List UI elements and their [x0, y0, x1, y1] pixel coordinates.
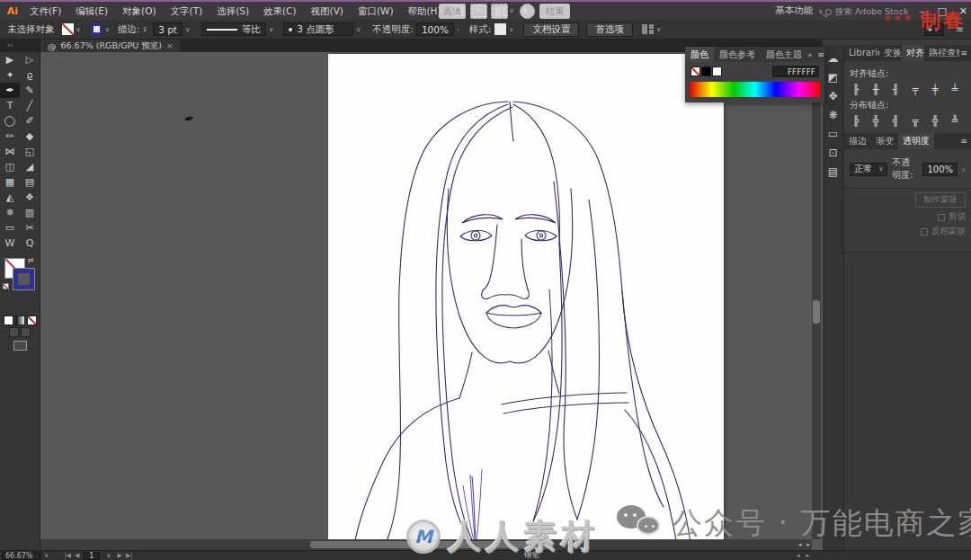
- none-swatch[interactable]: [690, 67, 700, 76]
- zoom-level-field[interactable]: 66.67%: [2, 552, 41, 560]
- chevron-down-icon[interactable]: ∨: [185, 26, 190, 33]
- invert-mask-checkbox[interactable]: [921, 228, 928, 236]
- pencil-tool[interactable]: ✏: [0, 129, 20, 144]
- menu-edit[interactable]: 编辑(E): [68, 2, 115, 20]
- distribute-vcenter-icon[interactable]: ╬: [869, 115, 882, 127]
- swap-fill-stroke-icon[interactable]: ⇄: [28, 256, 34, 264]
- panel-menu-icon[interactable]: ≡: [957, 24, 964, 34]
- opacity-more-icon[interactable]: ›: [962, 164, 966, 174]
- paintbrush-tool[interactable]: ✐: [20, 113, 40, 129]
- scroll-left-icon[interactable]: ◂: [798, 541, 802, 548]
- menu-window[interactable]: 窗口(W): [351, 2, 401, 20]
- align-middle-icon[interactable]: ╪: [929, 84, 941, 95]
- curvature-tool[interactable]: ✎: [20, 83, 40, 98]
- recorder-region-icon[interactable]: [491, 4, 508, 19]
- chevron-down-icon[interactable]: ∨: [106, 552, 111, 559]
- prev-artboard-icon[interactable]: ◀: [75, 552, 79, 559]
- document-tab[interactable]: @ 66.67% (RGB/GPU 预览) ×: [40, 40, 180, 52]
- preferences-button[interactable]: 首选项: [586, 22, 633, 37]
- chevron-down-icon[interactable]: ∨: [269, 26, 273, 33]
- clip-checkbox[interactable]: [938, 214, 945, 221]
- panel-expand-icon[interactable]: »: [807, 50, 813, 59]
- panel-collapse-icon[interactable]: ▸ ∨: [924, 22, 944, 36]
- layers-icon[interactable]: ▤: [828, 165, 838, 178]
- distribute-left-icon[interactable]: ╦: [909, 115, 922, 127]
- menu-object[interactable]: 对象(O): [115, 2, 163, 20]
- stroke-weight-value[interactable]: 3 pt: [153, 22, 183, 36]
- shaper-tool[interactable]: ◆: [20, 129, 40, 144]
- next-artboard-icon[interactable]: ▶: [117, 552, 121, 559]
- draw-normal-icon[interactable]: [9, 327, 19, 337]
- document-setup-button[interactable]: 文档设置: [523, 22, 579, 37]
- align-right-icon[interactable]: ╢: [889, 84, 902, 95]
- artboard[interactable]: [328, 54, 724, 550]
- tab-stroke[interactable]: 描边: [844, 133, 871, 149]
- style-swatch[interactable]: [494, 23, 506, 35]
- selection-tool[interactable]: ▶: [0, 52, 20, 67]
- chevron-down-icon[interactable]: ∨: [509, 26, 513, 33]
- tab-pathfinder[interactable]: 路径查找: [924, 45, 960, 61]
- mesh-tool[interactable]: ▦: [0, 174, 20, 190]
- stroke-color-swatch[interactable]: [13, 269, 34, 289]
- hex-value-field[interactable]: FFFFFF: [772, 66, 819, 77]
- eyedropper-tool[interactable]: ◭: [0, 190, 20, 205]
- tab-gradient[interactable]: 渐变: [871, 133, 898, 149]
- hand-tool[interactable]: W: [0, 236, 20, 251]
- tab-libraries[interactable]: Librarie: [844, 45, 879, 61]
- tab-transparency[interactable]: 透明度: [898, 133, 934, 149]
- chevron-down-icon[interactable]: ∨: [105, 26, 110, 33]
- menu-type[interactable]: 文字(T): [164, 2, 210, 20]
- panel-menu-icon[interactable]: ≡: [960, 49, 967, 58]
- none-mode-button[interactable]: [27, 316, 37, 325]
- minimize-button[interactable]: –: [920, 5, 925, 17]
- align-top-icon[interactable]: ╤: [909, 84, 922, 95]
- color-spectrum-bar[interactable]: [690, 82, 820, 97]
- canvas-area[interactable]: ◂ ▸ ✒: [40, 52, 823, 550]
- horizontal-scrollbar-thumb[interactable]: [310, 541, 553, 548]
- lasso-tool[interactable]: ϱ: [20, 67, 40, 83]
- screen-mode-button[interactable]: [13, 341, 27, 351]
- vertical-scrollbar[interactable]: [812, 52, 821, 539]
- blend-mode-dropdown[interactable]: 正常 ∨: [850, 163, 887, 176]
- stepper-icon[interactable]: ↕: [142, 26, 147, 33]
- chevron-down-icon[interactable]: ∨: [656, 26, 661, 33]
- recorder-result-button[interactable]: 结果: [539, 4, 570, 19]
- menu-effect[interactable]: 效果(C): [256, 2, 304, 20]
- scroll-right-icon[interactable]: ▸: [806, 541, 810, 548]
- artboards-icon[interactable]: ▭: [828, 128, 838, 140]
- default-fill-stroke-icon[interactable]: [3, 283, 9, 289]
- column-graph-tool[interactable]: ▥: [20, 205, 40, 220]
- transparency-opacity-value[interactable]: 100%: [922, 163, 958, 176]
- share-icon[interactable]: ✥: [828, 90, 837, 102]
- white-swatch[interactable]: [712, 67, 722, 76]
- symbols-icon[interactable]: ❋: [828, 109, 837, 121]
- distribute-top-icon[interactable]: ╠: [850, 115, 862, 127]
- make-mask-button[interactable]: 制作蒙版: [915, 192, 966, 208]
- align-options-icon[interactable]: [642, 24, 654, 34]
- workspace-switcher[interactable]: 基本功能 ∨: [775, 4, 825, 17]
- stroke-swatch[interactable]: [91, 23, 102, 35]
- recorder-circle-icon[interactable]: [520, 4, 535, 19]
- maximize-button[interactable]: □: [937, 5, 946, 17]
- scroll-right-icon[interactable]: ▸: [806, 552, 810, 559]
- perspective-grid-tool[interactable]: ◢: [20, 159, 40, 174]
- panel-menu-icon[interactable]: ≡: [818, 50, 825, 59]
- stock-search[interactable]: 搜索 Adobe Stock: [825, 5, 912, 19]
- opacity-more-icon[interactable]: ›: [457, 26, 459, 33]
- vertical-scrollbar-thumb[interactable]: [813, 300, 820, 324]
- scroll-left-icon[interactable]: ◂: [797, 552, 800, 559]
- tab-color[interactable]: 颜色: [685, 47, 714, 62]
- stroke-profile-dropdown[interactable]: 等比: [201, 22, 266, 36]
- panel-menu-icon[interactable]: ≡: [960, 137, 967, 146]
- color-mode-button[interactable]: [4, 316, 13, 325]
- tab-close-icon[interactable]: ×: [166, 41, 174, 50]
- type-tool[interactable]: T: [0, 98, 20, 113]
- artboard-number-field[interactable]: 1: [83, 552, 100, 560]
- horizontal-scrollbar[interactable]: ◂ ▸: [40, 539, 812, 550]
- tab-color-guide[interactable]: 颜色参考: [714, 47, 761, 62]
- distribute-hcenter-icon[interactable]: ╬: [929, 115, 941, 127]
- recorder-marquee-icon[interactable]: [470, 4, 487, 19]
- menu-view[interactable]: 视图(V): [304, 2, 351, 20]
- tab-color-themes[interactable]: 颜色主题: [761, 47, 807, 62]
- gradient-mode-button[interactable]: [15, 316, 25, 325]
